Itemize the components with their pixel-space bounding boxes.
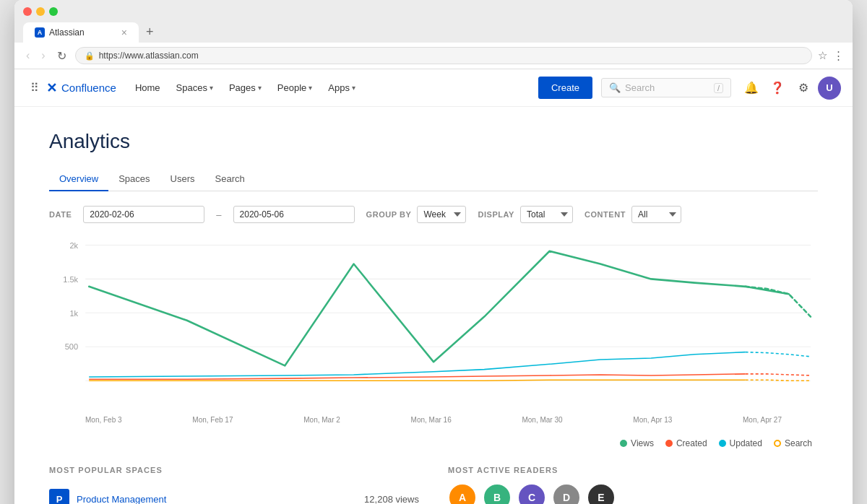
- spaces-chevron-icon: ▾: [210, 84, 213, 92]
- svg-text:500: 500: [65, 342, 78, 351]
- app-content: ⠿ ✕ Confluence Home Spaces ▾ Pages ▾ Peo: [14, 69, 853, 504]
- x-label-0: Mon, Feb 3: [85, 416, 122, 424]
- reader-avatar-1[interactable]: B: [483, 483, 512, 504]
- user-avatar-button[interactable]: U: [818, 77, 841, 100]
- reader-avatar-2[interactable]: C: [517, 483, 546, 504]
- browser-tab[interactable]: A Atlassian ×: [23, 22, 139, 43]
- nav-pages[interactable]: Pages ▾: [222, 77, 269, 99]
- date-from-input[interactable]: [83, 206, 204, 223]
- browser-window: A Atlassian × + ‹ › ↻ 🔒 https://www.atla…: [14, 0, 853, 504]
- page-title: Analytics: [49, 130, 818, 153]
- legend-search: Search: [774, 438, 812, 448]
- space-views-0: 12,208 views: [364, 494, 419, 505]
- back-button[interactable]: ‹: [23, 48, 33, 64]
- group-by-select[interactable]: Week Day Month: [417, 206, 466, 223]
- search-placeholder: Search: [625, 82, 709, 93]
- content-select[interactable]: All Pages Blogs: [631, 206, 681, 223]
- nav-spaces-label: Spaces: [176, 82, 207, 93]
- nav-pages-label: Pages: [229, 82, 256, 93]
- nav-people[interactable]: People ▾: [270, 77, 319, 99]
- nav-links: Home Spaces ▾ Pages ▾ People ▾ Apps ▾: [128, 77, 535, 99]
- settings-button[interactable]: ⚙: [792, 77, 815, 100]
- confluence-name: Confluence: [61, 82, 116, 94]
- tab-title: Atlassian: [49, 27, 85, 38]
- date-to-input[interactable]: [233, 206, 355, 223]
- nav-apps[interactable]: Apps ▾: [321, 77, 363, 99]
- svg-text:1.5k: 1.5k: [63, 274, 78, 283]
- apps-chevron-icon: ▾: [352, 84, 355, 92]
- reader-avatar-4[interactable]: E: [587, 483, 616, 504]
- reader-avatar-3[interactable]: D: [552, 483, 581, 504]
- legend-updated-label: Updated: [730, 438, 762, 448]
- notifications-button[interactable]: 🔔: [740, 77, 763, 100]
- browser-chrome: A Atlassian × +: [14, 0, 853, 43]
- reload-button[interactable]: ↻: [54, 48, 69, 64]
- display-filter: DISPLAY Total Unique: [478, 206, 573, 223]
- analytics-chart: 2k 1.5k 1k 500: [49, 238, 818, 411]
- search-shortcut: /: [714, 83, 723, 93]
- search-icon: 🔍: [609, 82, 621, 93]
- tab-search[interactable]: Search: [205, 168, 255, 191]
- legend-search-dot: [774, 440, 781, 447]
- chart-x-labels: Mon, Feb 3 Mon, Feb 17 Mon, Mar 2 Mon, M…: [49, 413, 818, 427]
- tab-spaces[interactable]: Spaces: [108, 168, 160, 191]
- bottom-sections: MOST POPULAR SPACES P Product Management…: [49, 466, 818, 504]
- traffic-lights: [23, 7, 844, 16]
- active-readers-section: MOST ACTIVE READERS A B C D E: [448, 466, 818, 504]
- x-label-2: Mon, Mar 2: [303, 416, 340, 424]
- app-grid-button[interactable]: ⠿: [26, 77, 43, 99]
- x-label-3: Mon, Mar 16: [411, 416, 452, 424]
- tab-overview[interactable]: Overview: [49, 168, 108, 191]
- confluence-logo[interactable]: ✕ Confluence: [46, 80, 116, 96]
- chart-container: 2k 1.5k 1k 500: [49, 238, 818, 427]
- maximize-traffic-light[interactable]: [49, 7, 58, 16]
- x-label-6: Mon, Apr 27: [743, 416, 782, 424]
- content-label: CONTENT: [585, 210, 626, 219]
- url-bar[interactable]: 🔒 https://www.atlassian.com: [75, 47, 812, 64]
- bookmark-button[interactable]: ☆: [818, 49, 827, 62]
- more-options-button[interactable]: ⋮: [833, 49, 844, 62]
- space-name-0[interactable]: Product Management: [77, 494, 357, 505]
- tab-close-button[interactable]: ×: [121, 27, 127, 38]
- space-row-0: P Product Management 12,208 views: [49, 483, 419, 504]
- nav-apps-label: Apps: [328, 82, 350, 93]
- analytics-tabs: Overview Spaces Users Search: [49, 168, 818, 191]
- group-by-label: GROUP BY: [366, 210, 412, 219]
- filter-bar: DATE – GROUP BY Week Day Month DISPLAY T…: [49, 206, 818, 223]
- display-label: DISPLAY: [478, 210, 514, 219]
- active-readers-list: A B C D E: [448, 483, 818, 504]
- address-bar: ‹ › ↻ 🔒 https://www.atlassian.com ☆ ⋮: [14, 43, 853, 69]
- legend-created-label: Created: [676, 438, 707, 448]
- close-traffic-light[interactable]: [23, 7, 32, 16]
- pages-chevron-icon: ▾: [258, 84, 262, 92]
- svg-text:1k: 1k: [69, 308, 78, 317]
- nav-spaces[interactable]: Spaces ▾: [169, 77, 220, 99]
- legend-search-label: Search: [785, 438, 812, 448]
- reader-avatar-0[interactable]: A: [448, 483, 477, 504]
- help-button[interactable]: ❓: [766, 77, 789, 100]
- nav-home[interactable]: Home: [128, 77, 168, 99]
- search-box[interactable]: 🔍 Search /: [601, 78, 731, 97]
- x-label-5: Mon, Apr 13: [633, 416, 672, 424]
- create-button[interactable]: Create: [538, 77, 592, 99]
- nav-people-label: People: [277, 82, 306, 93]
- display-select[interactable]: Total Unique: [520, 206, 573, 223]
- tab-bar: A Atlassian × +: [23, 22, 844, 43]
- popular-spaces-title: MOST POPULAR SPACES: [49, 466, 419, 474]
- nav-home-label: Home: [135, 82, 160, 93]
- legend-views: Views: [620, 438, 654, 448]
- new-tab-button[interactable]: +: [140, 22, 160, 43]
- minimize-traffic-light[interactable]: [36, 7, 45, 16]
- space-icon-0: P: [49, 489, 69, 504]
- top-nav: ⠿ ✕ Confluence Home Spaces ▾ Pages ▾ Peo: [14, 69, 853, 107]
- legend-updated-dot: [719, 440, 726, 447]
- chart-legend: Views Created Updated Search: [49, 438, 818, 448]
- legend-created: Created: [665, 438, 707, 448]
- tab-users[interactable]: Users: [160, 168, 205, 191]
- content-filter: CONTENT All Pages Blogs: [585, 206, 681, 223]
- active-readers-title: MOST ACTIVE READERS: [448, 466, 818, 474]
- legend-views-label: Views: [631, 438, 654, 448]
- forward-button[interactable]: ›: [38, 48, 48, 64]
- x-label-1: Mon, Feb 17: [192, 416, 233, 424]
- popular-spaces-section: MOST POPULAR SPACES P Product Management…: [49, 466, 419, 504]
